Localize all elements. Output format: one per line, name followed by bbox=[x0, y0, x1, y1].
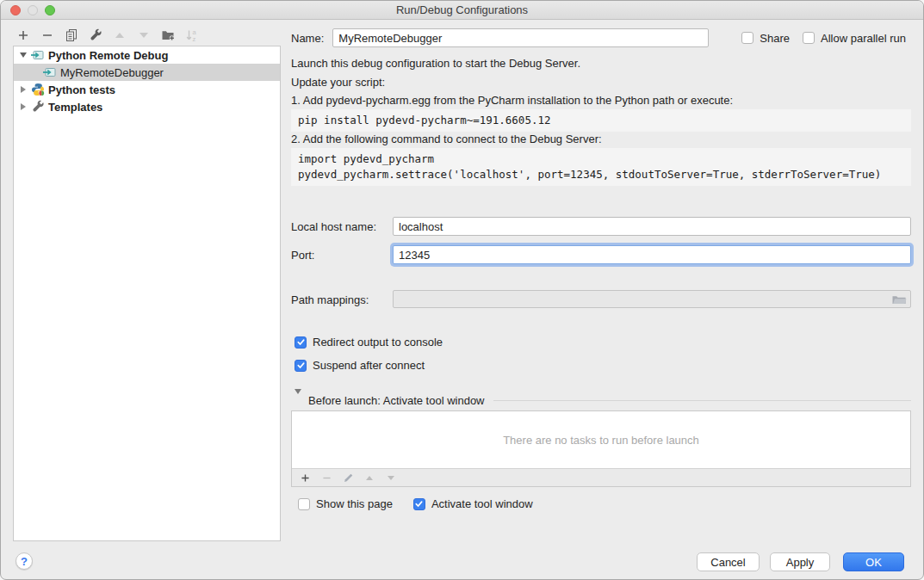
cancel-button[interactable]: Cancel bbox=[697, 552, 760, 571]
pip-install-code: pip install pydevd-pycharm~=191.6605.12 bbox=[291, 109, 911, 132]
show-this-page-row: Show this page bbox=[298, 497, 393, 510]
remote-debug-config-icon bbox=[31, 48, 45, 62]
tree-item-label: Templates bbox=[48, 101, 102, 114]
move-up-icon[interactable] bbox=[363, 472, 375, 484]
share-checkbox-row: Share bbox=[741, 32, 790, 45]
description-line1: Launch this debug configuration to start… bbox=[291, 57, 580, 70]
before-launch-header[interactable]: Before launch: Activate tool window bbox=[291, 394, 911, 407]
chevron-right-icon[interactable] bbox=[19, 103, 28, 110]
close-window-button[interactable] bbox=[10, 5, 21, 15]
description-line2: Update your script: bbox=[291, 76, 385, 89]
allow-parallel-run-checkbox[interactable] bbox=[803, 32, 815, 44]
settrace-code-line2: pydevd_pycharm.settrace('localhost', por… bbox=[298, 168, 881, 181]
task-list[interactable]: There are no tasks to run before launch bbox=[292, 411, 910, 468]
move-up-icon[interactable] bbox=[112, 28, 127, 43]
task-toolbar bbox=[292, 468, 910, 486]
new-folder-icon[interactable] bbox=[160, 28, 175, 43]
move-down-icon[interactable] bbox=[136, 28, 151, 43]
suspend-after-connect-checkbox[interactable] bbox=[295, 360, 307, 372]
settrace-code-line1: import pydevd_pycharm bbox=[298, 152, 434, 165]
ok-button[interactable]: OK bbox=[843, 552, 904, 571]
tree-item-myremotedebugger[interactable]: MyRemoteDebugger bbox=[14, 64, 280, 81]
show-this-page-checkbox[interactable] bbox=[298, 498, 310, 510]
path-mappings-field[interactable] bbox=[393, 290, 911, 308]
edit-icon[interactable] bbox=[342, 472, 354, 484]
redirect-output-label: Redirect output to console bbox=[313, 336, 443, 349]
help-button[interactable]: ? bbox=[16, 552, 33, 570]
local-host-input[interactable] bbox=[393, 217, 911, 236]
port-label: Port: bbox=[291, 249, 314, 262]
browse-folder-icon[interactable] bbox=[891, 293, 907, 306]
add-icon[interactable] bbox=[16, 28, 30, 43]
activate-tool-window-checkbox[interactable] bbox=[413, 498, 425, 510]
step2-text: 2. Add the following command to connect … bbox=[291, 133, 602, 145]
port-input[interactable] bbox=[393, 245, 911, 264]
configurations-toolbar: az bbox=[16, 28, 199, 43]
tree-item-label: Python Remote Debug bbox=[48, 49, 168, 62]
tree-item-python-remote-debug[interactable]: Python Remote Debug bbox=[14, 46, 280, 64]
chevron-right-icon[interactable] bbox=[19, 86, 28, 93]
tree-item-label: MyRemoteDebugger bbox=[60, 66, 164, 79]
tree-item-label: Python tests bbox=[48, 83, 115, 96]
suspend-after-connect-label: Suspend after connect bbox=[313, 359, 425, 372]
before-launch-task-panel: There are no tasks to run before launch bbox=[291, 410, 911, 487]
edit-icon[interactable] bbox=[88, 28, 102, 43]
svg-text:z: z bbox=[192, 35, 195, 42]
share-label: Share bbox=[760, 32, 790, 45]
copy-icon[interactable] bbox=[64, 28, 78, 43]
add-icon[interactable] bbox=[299, 472, 311, 484]
python-tests-icon bbox=[31, 83, 45, 96]
configuration-editor: Name: Share Allow parallel run Launch th… bbox=[291, 1, 911, 580]
share-checkbox[interactable] bbox=[741, 32, 753, 44]
apply-button[interactable]: Apply bbox=[770, 552, 830, 571]
chevron-down-icon[interactable] bbox=[19, 52, 28, 58]
run-debug-configurations-dialog: Run/Debug Configurations az bbox=[0, 0, 924, 580]
activate-tool-window-label: Activate tool window bbox=[431, 497, 533, 510]
question-mark-icon: ? bbox=[21, 555, 28, 568]
allow-parallel-checkbox-row: Allow parallel run bbox=[803, 32, 906, 45]
activate-tool-window-row: Activate tool window bbox=[413, 497, 533, 510]
before-launch-divider bbox=[493, 400, 911, 401]
remove-icon[interactable] bbox=[40, 28, 54, 43]
zoom-window-button[interactable] bbox=[45, 5, 55, 15]
remove-icon[interactable] bbox=[320, 472, 332, 484]
move-down-icon[interactable] bbox=[385, 472, 397, 484]
remote-debug-config-icon bbox=[43, 65, 57, 79]
path-mappings-label: Path mappings: bbox=[291, 293, 369, 306]
tree-item-python-tests[interactable]: Python tests bbox=[14, 81, 280, 98]
suspend-after-connect-row: Suspend after connect bbox=[295, 359, 425, 372]
empty-tasks-message: There are no tasks to run before launch bbox=[503, 434, 699, 447]
templates-wrench-icon bbox=[31, 100, 45, 114]
configurations-tree: Python Remote Debug MyRemoteDebugger Pyt… bbox=[13, 46, 281, 541]
redirect-output-checkbox[interactable] bbox=[295, 336, 307, 349]
local-host-label: Local host name: bbox=[291, 220, 376, 233]
sort-alphabetically-icon[interactable]: az bbox=[184, 28, 199, 43]
before-launch-title: Before launch: Activate tool window bbox=[308, 394, 485, 407]
name-row: Name: Share Allow parallel run bbox=[291, 28, 911, 47]
tree-item-templates[interactable]: Templates bbox=[14, 98, 280, 115]
allow-parallel-run-label: Allow parallel run bbox=[821, 32, 906, 45]
dialog-options-row: Show this page Activate tool window bbox=[298, 497, 533, 510]
chevron-down-icon[interactable] bbox=[295, 394, 301, 407]
show-this-page-label: Show this page bbox=[316, 497, 393, 510]
step1-text: 1. Add pydevd-pycharm.egg from the PyCha… bbox=[291, 94, 733, 107]
name-input[interactable] bbox=[332, 28, 709, 47]
redirect-output-row: Redirect output to console bbox=[295, 336, 443, 349]
minimize-window-button[interactable] bbox=[28, 5, 38, 15]
settrace-code: import pydevd_pycharm pydevd_pycharm.set… bbox=[291, 148, 911, 186]
name-label: Name: bbox=[291, 32, 324, 45]
